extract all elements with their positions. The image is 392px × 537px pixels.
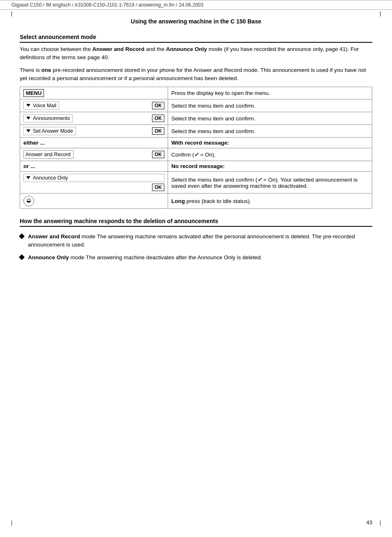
page-number: 43 bbox=[367, 519, 372, 525]
ok-row: OK bbox=[23, 184, 164, 191]
bullet-diamond-icon bbox=[19, 254, 25, 260]
answer-record-row: Answer and Record OK bbox=[23, 150, 164, 159]
announcements-item: Announcements bbox=[23, 114, 73, 122]
table-row: Long press (back to idle status). bbox=[20, 194, 372, 209]
table-cell-left: MENU bbox=[20, 87, 168, 99]
table-cell-left: Announcements OK bbox=[20, 112, 168, 125]
down-arrow-icon bbox=[25, 103, 31, 108]
list-item: Announce Only mode The answering machine… bbox=[20, 254, 372, 262]
table-row: MENU Press the display key to open the m… bbox=[20, 87, 372, 99]
answer-and-record-item: Answer and Record bbox=[23, 150, 74, 159]
svg-point-0 bbox=[27, 199, 30, 201]
item-ok-row: Voice Mail OK bbox=[23, 101, 164, 110]
checkmark-icon: ✓ bbox=[257, 177, 262, 183]
table-row: Announce Only OK Select the menu item an… bbox=[20, 172, 372, 194]
item-ok-row: Set Answer Mode OK bbox=[23, 127, 164, 135]
table-row: Answer and Record OK Confirm (✓ = On). bbox=[20, 148, 372, 161]
table-cell-right: No record message: bbox=[168, 161, 372, 172]
main-content: Using the answering machine in the C 150… bbox=[0, 10, 392, 285]
bullet-diamond-icon bbox=[19, 233, 25, 239]
menu-box: MENU bbox=[23, 89, 44, 97]
page-title: Using the answering machine in the C 150… bbox=[20, 18, 372, 25]
corner-mark-br bbox=[380, 521, 380, 525]
ok-button: OK bbox=[152, 102, 164, 109]
phone-icon bbox=[25, 198, 32, 204]
item-ok-row: Announcements OK bbox=[23, 114, 164, 122]
list-item: Answer and Record mode The answering mac… bbox=[20, 233, 372, 249]
down-arrow-icon bbox=[25, 115, 31, 121]
table-cell-right: With record message: bbox=[168, 138, 372, 148]
voice-mail-item: Voice Mail bbox=[23, 101, 59, 110]
end-call-icon bbox=[23, 196, 34, 206]
header-text: Gigaset C150 / IM englisch / A31008-C150… bbox=[12, 2, 203, 8]
set-answer-mode-item: Set Answer Mode bbox=[23, 127, 76, 135]
checkmark-icon: ✓ bbox=[194, 152, 198, 158]
section1-para1: You can choose between the Answer and Re… bbox=[20, 45, 372, 62]
table-cell-right: Press the display key to open the menu. bbox=[168, 87, 372, 99]
table-cell-left: Voice Mail OK bbox=[20, 99, 168, 112]
bullet-text: Answer and Record mode The answering mac… bbox=[28, 233, 372, 249]
table-cell-left bbox=[20, 194, 168, 209]
table-cell-left: Answer and Record OK bbox=[20, 148, 168, 161]
section1-heading: Select announcement mode bbox=[20, 34, 372, 43]
table-row: Set Answer Mode OK Select the menu item … bbox=[20, 125, 372, 138]
table-cell-left: Set Answer Mode OK bbox=[20, 125, 168, 138]
table-row: either ... With record message: bbox=[20, 138, 372, 148]
ok-button: OK bbox=[152, 151, 164, 158]
ok-button: OK bbox=[152, 127, 164, 135]
down-arrow-icon bbox=[25, 128, 31, 134]
instruction-table: MENU Press the display key to open the m… bbox=[20, 87, 372, 209]
header-bar: Gigaset C150 / IM englisch / A31008-C150… bbox=[0, 0, 392, 10]
down-arrow-icon bbox=[25, 175, 31, 181]
bullet-text: Announce Only mode The answering machine… bbox=[28, 254, 262, 262]
table-cell-right: Long press (back to idle status). bbox=[168, 194, 372, 209]
section2-heading: How the answering machine responds to th… bbox=[20, 218, 372, 227]
table-cell-right: Select the menu item and confirm. bbox=[168, 112, 372, 125]
table-row: or ... No record message: bbox=[20, 161, 372, 172]
table-cell-right: Select the menu item and confirm. bbox=[168, 125, 372, 138]
table-cell-right: Confirm (✓ = On). bbox=[168, 148, 372, 161]
table-cell-right: Select the menu item and confirm. bbox=[168, 99, 372, 112]
corner-mark-bl bbox=[12, 521, 12, 525]
ok-button: OK bbox=[152, 115, 164, 122]
bullet-list: Answer and Record mode The answering mac… bbox=[20, 233, 372, 262]
section1-para2: There is one pre-recorded announcement s… bbox=[20, 66, 372, 83]
table-row: Announcements OK Select the menu item an… bbox=[20, 112, 372, 125]
table-cell-right: Select the menu item and confirm (✓ = On… bbox=[168, 172, 372, 194]
table-row: Voice Mail OK Select the menu item and c… bbox=[20, 99, 372, 112]
ok-button: OK bbox=[152, 184, 164, 191]
or-cell: or ... bbox=[20, 161, 168, 172]
announce-only-col: Announce Only OK bbox=[23, 174, 164, 191]
page: Gigaset C150 / IM englisch / A31008-C150… bbox=[0, 0, 392, 537]
corner-mark-tl bbox=[12, 12, 12, 16]
corner-mark-tr bbox=[380, 12, 380, 16]
announce-only-item: Announce Only bbox=[23, 174, 164, 182]
either-cell: either ... bbox=[20, 138, 168, 148]
table-cell-left: Announce Only OK bbox=[20, 172, 168, 194]
